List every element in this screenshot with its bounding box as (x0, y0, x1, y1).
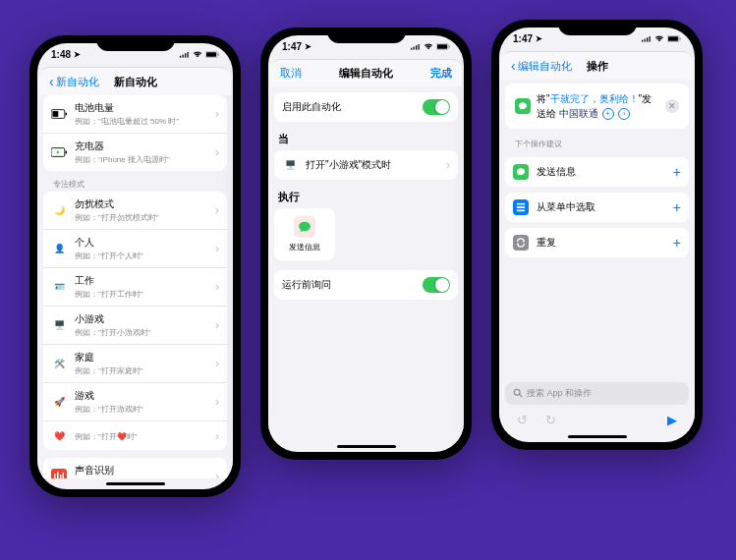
svg-rect-31 (517, 206, 525, 208)
chevron-left-icon: ‹ (49, 74, 54, 89)
cell-title: 勿扰模式 (75, 197, 215, 211)
wifi-icon (654, 35, 664, 42)
nav-cancel-label: 取消 (280, 66, 302, 81)
cell-sub: 例如："iPhone 接入电源时" (75, 154, 215, 165)
home-indicator (568, 435, 627, 438)
person-icon: 👤 (51, 241, 67, 256)
home-indicator (337, 445, 396, 448)
run-button[interactable]: ▶ (667, 413, 677, 427)
location-icon: ➤ (74, 50, 81, 59)
cell-title: 个人 (75, 236, 215, 250)
chevron-right-icon: › (215, 395, 219, 409)
cell-battery[interactable]: 电池电量 例如："电池电量超过 50% 时" › (43, 95, 227, 133)
svg-rect-23 (642, 40, 643, 42)
svg-rect-0 (180, 56, 181, 58)
phone-3: 1:47 ➤ ‹ 编辑自动化 操作 将" (491, 20, 703, 450)
cell-minigame[interactable]: 🖥️ 小游戏 例如："打开小游戏时" › (43, 306, 227, 344)
heart-icon: ❤️ (51, 428, 67, 444)
cell-enable: 启用此自动化 (274, 92, 458, 122)
ask-row: 运行前询问 (274, 270, 458, 300)
cell-sub: 例如："打开❤️时" (75, 431, 215, 442)
cell-sound[interactable]: 声音识别 例如："我的 iPhone 识别出门铃声时" › (43, 458, 227, 478)
phone-2: 1:47 ➤ 取消 编辑自动化 完成 启用此自动化 (260, 28, 472, 460)
close-icon[interactable]: ✕ (665, 99, 679, 113)
expand-icon[interactable]: › (618, 108, 630, 120)
chevron-right-icon: › (446, 158, 450, 172)
ask-toggle[interactable] (423, 277, 450, 293)
search-input[interactable]: 搜索 App 和操作 (505, 382, 689, 405)
plus-icon[interactable]: + (673, 164, 681, 180)
cell-sub: 例如："打开勿扰模式时" (75, 212, 215, 223)
nav-cancel[interactable]: 取消 (280, 66, 367, 81)
plus-icon[interactable]: + (673, 235, 681, 251)
desc-pre: 将" (537, 93, 550, 104)
cell-dnd[interactable]: 🌙 勿扰模式 例如："打开勿扰模式时" › (43, 192, 227, 229)
svg-rect-26 (650, 36, 651, 42)
moon-icon: 🌙 (51, 202, 67, 218)
enable-toggle[interactable] (423, 99, 450, 115)
cell-title: 游戏 (75, 389, 215, 403)
suggest-repeat[interactable]: 重复 + (505, 228, 689, 257)
chevron-right-icon: › (215, 145, 219, 159)
svg-point-33 (514, 389, 520, 395)
section-suggest: 下个操作建议 (505, 129, 689, 151)
battery-icon (436, 43, 450, 50)
notch (96, 35, 175, 51)
status-time: 1:47 (282, 41, 302, 52)
svg-rect-13 (57, 472, 59, 478)
cell-sub: 例如："电池电量超过 50% 时" (75, 116, 215, 127)
nav-back-label: 编辑自动化 (518, 59, 572, 74)
cell-when[interactable]: 🖥️ 打开"小游戏"模式时 › (274, 150, 458, 180)
svg-rect-15 (63, 473, 65, 478)
nav-back[interactable]: ‹ 编辑自动化 (511, 58, 683, 74)
chevron-right-icon: › (215, 357, 219, 370)
nav-done[interactable]: 完成 (367, 66, 453, 81)
svg-rect-29 (680, 37, 681, 40)
svg-rect-28 (668, 36, 678, 40)
svg-rect-32 (517, 210, 525, 212)
display-icon: 🖥️ (282, 157, 298, 173)
redo-icon[interactable]: ↻ (545, 413, 556, 427)
messages-icon (294, 216, 315, 238)
cell-title: 小游戏 (75, 312, 215, 326)
chevron-right-icon: › (215, 470, 219, 478)
cell-gaming[interactable]: 🚀 游戏 例如："打开游戏时" › (43, 382, 227, 420)
cell-home[interactable]: 🛠️ 家庭 例如："打开家庭时" › (43, 344, 227, 382)
action-description[interactable]: 将"干就完了，奥利给！"发送给 中国联通 + › ✕ (505, 84, 689, 129)
chevron-left-icon: ‹ (511, 58, 516, 74)
content: 电池电量 例如："电池电量超过 50% 时" › 充电器 例如："iPhone … (37, 95, 233, 478)
desc-message[interactable]: 干就完了，奥利给！ (550, 93, 639, 104)
cell-charger[interactable]: 充电器 例如："iPhone 接入电源时" › (43, 133, 227, 171)
enable-row: 启用此自动化 (274, 92, 458, 122)
suggest-label: 从菜单中选取 (537, 200, 665, 214)
messages-icon (515, 98, 531, 114)
location-icon: ➤ (305, 42, 311, 51)
nav-back[interactable]: ‹ 新自动化 (49, 74, 221, 89)
cell-title: 声音识别 (75, 464, 215, 477)
action-tile-send[interactable]: 发送信息 (274, 208, 335, 260)
plus-icon[interactable]: + (673, 199, 681, 215)
svg-rect-12 (54, 474, 56, 478)
cell-personal[interactable]: 👤 个人 例如："打开个人时" › (43, 229, 227, 267)
desc-recipient[interactable]: 中国联通 (559, 108, 598, 119)
undo-icon[interactable]: ↺ (517, 413, 528, 427)
suggest-choose-menu[interactable]: 从菜单中选取 + (505, 193, 689, 222)
home-indicator (106, 482, 165, 485)
notch (327, 28, 406, 43)
cell-sub: 例如："打开游戏时" (75, 404, 215, 415)
chevron-right-icon: › (215, 107, 219, 121)
cell-ask: 运行前询问 (274, 270, 458, 300)
suggest-label: 发送信息 (537, 165, 665, 179)
charger-icon (51, 144, 67, 160)
cell-work[interactable]: 🪪 工作 例如："打开工作时" › (43, 267, 227, 306)
svg-rect-5 (206, 52, 216, 56)
screen: 1:48 ➤ ‹ 新自动化 新自动化 (37, 43, 233, 489)
add-recipient-icon[interactable]: + (602, 108, 614, 120)
suggest-send-message[interactable]: 发送信息 + (505, 157, 689, 187)
cell-sub: 例如："打开个人时" (75, 251, 215, 261)
cellular-icon (642, 35, 651, 42)
settings-group-power: 电池电量 例如："电池电量超过 50% 时" › 充电器 例如："iPhone … (43, 95, 227, 171)
cell-heart[interactable]: ❤️ 例如："打开❤️时" › (43, 420, 227, 450)
svg-rect-17 (414, 47, 415, 50)
svg-rect-30 (517, 203, 525, 205)
